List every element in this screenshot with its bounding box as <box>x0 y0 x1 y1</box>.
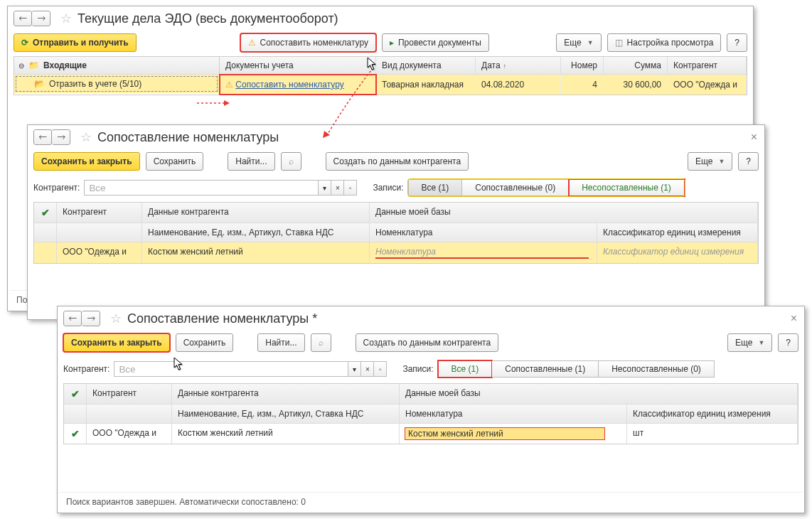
cell-name: Костюм женский летний <box>172 424 400 444</box>
col-date[interactable]: Дата↑ <box>476 57 561 74</box>
cell-nomenclature[interactable]: Костюм женский летний <box>400 424 627 444</box>
cell-nomenclature[interactable]: Номенклатура <box>370 242 597 263</box>
find-button[interactable]: Найти... <box>257 333 304 352</box>
grid-header: Документы учета Вид документа Дата↑ Номе… <box>220 57 747 75</box>
col-nomenclature[interactable]: Номенклатура <box>370 223 597 242</box>
favorite-icon[interactable]: ☆ <box>110 311 122 326</box>
seg-unmatched[interactable]: Несопоставленные (0) <box>599 360 715 378</box>
sidebar: ⊖📁Входящие 📂Отразить в учете (5/10) <box>14 56 220 95</box>
combo-clear-button[interactable]: × <box>331 180 344 196</box>
more-button[interactable]: Еще▼ <box>688 152 732 171</box>
nav-back-button[interactable]: 🡐 <box>63 311 82 326</box>
help-button[interactable]: ? <box>778 333 798 352</box>
table-header-2: Наименование, Ед. изм., Артикул, Ставка … <box>34 223 758 242</box>
seg-all[interactable]: Все (1) <box>408 179 463 196</box>
col-counterparty[interactable]: Контрагент <box>87 384 172 404</box>
window-title: Сопоставление номенклатуры * <box>127 311 317 326</box>
send-receive-button[interactable]: ⟳Отправить и получить <box>14 33 137 52</box>
more-button[interactable]: Еще▼ <box>727 333 772 352</box>
clear-find-button[interactable]: ⌕ <box>281 152 301 171</box>
save-button[interactable]: Сохранить <box>176 333 234 352</box>
window-match-2: × 🡐 🡒 ☆ Сопоставление номенклатуры * Сох… <box>57 306 805 513</box>
nav-forward-button[interactable]: 🡒 <box>82 311 100 326</box>
view-settings-button[interactable]: ◫Настройка просмотра <box>607 33 722 52</box>
table-header-1: ✔ Контрагент Данные контрагента Данные м… <box>34 203 758 223</box>
cell-counterparty: ООО "Одежда и <box>668 75 747 95</box>
nav-back-button[interactable]: 🡐 <box>14 11 32 26</box>
col-counterparty[interactable]: Контрагент <box>668 57 747 74</box>
save-close-button[interactable]: Сохранить и закрыть <box>33 152 140 171</box>
nav-back-button[interactable]: 🡐 <box>33 129 52 145</box>
nav-forward-button[interactable]: 🡒 <box>32 11 50 26</box>
create-from-data-button[interactable]: Создать по данным контрагента <box>326 152 469 171</box>
col-name[interactable]: Наименование, Ед. изм., Артикул, Ставка … <box>172 405 400 423</box>
toolbar: ⟳Отправить и получить ⚠Сопоставить номен… <box>8 29 753 56</box>
cell-date: 04.08.2020 <box>476 75 561 95</box>
col-counterparty-data[interactable]: Данные контрагента <box>172 384 400 404</box>
seg-matched[interactable]: Сопоставленные (0) <box>462 179 569 196</box>
table-row[interactable]: ООО "Одежда и Костюм женский летний Номе… <box>34 242 758 263</box>
cell-name: Костюм женский летний <box>142 242 370 263</box>
more-button[interactable]: Еще▼ <box>556 33 601 52</box>
window-match-1: × 🡐 🡒 ☆ Сопоставление номенклатуры Сохра… <box>27 124 765 320</box>
cell-check: ✔ <box>64 424 87 444</box>
col-documents[interactable]: Документы учета <box>220 57 376 74</box>
create-from-data-button[interactable]: Создать по данным контрагента <box>356 333 499 352</box>
save-button[interactable]: Сохранить <box>146 152 204 171</box>
cell-doctype: Товарная накладная <box>376 75 476 95</box>
titlebar: 🡐 🡒 ☆ Текущие дела ЭДО (весь документооб… <box>8 6 753 29</box>
clear-find-button[interactable]: ⌕ <box>311 333 331 352</box>
col-counterparty[interactable]: Контрагент <box>57 203 142 223</box>
combo-open-button[interactable]: ▫ <box>344 180 357 196</box>
cell-classifier: шт <box>627 424 798 444</box>
help-button[interactable]: ? <box>727 33 747 52</box>
titlebar: 🡐 🡒 ☆ Сопоставление номенклатуры <box>28 125 764 148</box>
col-classifier[interactable]: Классификатор единиц измерения <box>597 223 758 242</box>
col-name[interactable]: Наименование, Ед. изм., Артикул, Ставка … <box>142 223 370 242</box>
table-row[interactable]: ✔ ООО "Одежда и Костюм женский летний Ко… <box>64 424 798 444</box>
save-close-button[interactable]: Сохранить и закрыть <box>63 333 170 352</box>
help-button[interactable]: ? <box>738 152 759 171</box>
window-title: Сопоставление номенклатуры <box>97 130 279 145</box>
nav-forward-button[interactable]: 🡒 <box>52 129 70 145</box>
col-mybase[interactable]: Данные моей базы <box>370 203 758 223</box>
match-table: ✔ Контрагент Данные контрагента Данные м… <box>63 383 798 444</box>
post-documents-button[interactable]: ▸Провести документы <box>382 33 489 52</box>
cell-doc-link: ⚠ Сопоставить номенклатуру <box>220 75 376 95</box>
sidebar-item-reflect[interactable]: 📂Отразить в учете (5/10) <box>14 75 219 93</box>
combo-open-button[interactable]: ▫ <box>374 361 387 377</box>
find-button[interactable]: Найти... <box>228 152 274 171</box>
cell-classifier[interactable]: Классификатор единиц измерения <box>597 242 758 263</box>
seg-matched[interactable]: Сопоставленные (1) <box>492 360 599 378</box>
col-sum[interactable]: Сумма <box>604 57 668 74</box>
sidebar-header[interactable]: ⊖📁Входящие <box>14 57 219 75</box>
col-nomenclature[interactable]: Номенклатура <box>400 405 627 423</box>
combo-dropdown-button[interactable]: ▾ <box>319 180 331 196</box>
close-button[interactable]: × <box>791 312 797 325</box>
toolbar: Сохранить и закрыть Сохранить Найти... ⌕… <box>28 148 764 175</box>
col-number[interactable]: Номер <box>561 57 604 74</box>
favorite-icon[interactable]: ☆ <box>60 11 72 26</box>
col-mybase[interactable]: Данные моей базы <box>400 384 798 404</box>
counterparty-combo[interactable] <box>114 361 348 377</box>
grid-row[interactable]: ⚠ Сопоставить номенклатуру Товарная накл… <box>220 75 747 95</box>
col-counterparty-data[interactable]: Данные контрагента <box>142 203 370 223</box>
favorite-icon[interactable]: ☆ <box>80 129 92 145</box>
records-label: Записи: <box>402 364 433 374</box>
close-button[interactable]: × <box>751 131 757 144</box>
combo-dropdown-button[interactable]: ▾ <box>348 361 361 377</box>
cursor-icon <box>173 357 185 371</box>
match-nomenclature-button[interactable]: ⚠Сопоставить номенклатуру <box>240 33 376 52</box>
seg-unmatched[interactable]: Несопоставленные (1) <box>569 179 685 196</box>
col-classifier[interactable]: Классификатор единиц измерения <box>627 405 798 423</box>
seg-all[interactable]: Все (1) <box>438 360 493 378</box>
counterparty-combo[interactable] <box>84 180 319 196</box>
col-check: ✔ <box>34 203 57 223</box>
grid: Документы учета Вид документа Дата↑ Номе… <box>220 56 747 95</box>
window-title: Текущие дела ЭДО (весь документооборот) <box>78 11 338 26</box>
table-header-1: ✔ Контрагент Данные контрагента Данные м… <box>64 384 798 405</box>
cell-number: 4 <box>561 75 604 95</box>
col-doctype[interactable]: Вид документа <box>376 57 476 74</box>
combo-clear-button[interactable]: × <box>361 361 374 377</box>
statusbar: Поиск вариантов завершен. Автоматически … <box>59 492 803 511</box>
